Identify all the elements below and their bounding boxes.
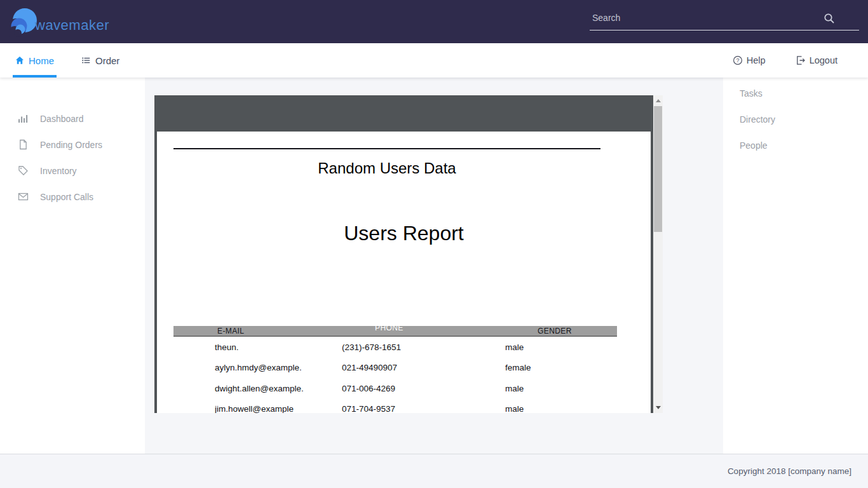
main-content: Random Users Data Users Report E-MAIL PH… [145,78,723,454]
pdf-page: Random Users Data Users Report E-MAIL PH… [157,132,651,413]
document-icon [18,139,29,150]
sidebar-item-label: Pending Orders [40,140,102,150]
cell-phone: (231)-678-1651 [342,342,505,352]
sidebar-item-people[interactable]: People [723,132,868,158]
tab-order-label: Order [95,55,119,66]
cell-email: jim.howell@example [173,404,342,413]
cell-phone: 021-49490907 [342,363,505,372]
pdf-viewer[interactable]: Random Users Data Users Report E-MAIL PH… [154,95,663,413]
app-window: wavemaker Home [0,0,868,488]
list-icon [81,56,91,65]
sidebar-item-label: Inventory [40,166,77,176]
help-label: Help [747,55,766,65]
table-row: theun. (231)-678-1651 male [173,337,617,358]
help-button[interactable]: ? Help [733,55,766,65]
title-divider [173,148,600,149]
nav-actions: ? Help Logout [733,43,837,78]
tab-home[interactable]: Home [15,43,54,78]
left-sidebar: Dashboard Pending Orders Inventory [0,78,145,454]
cell-gender: male [505,342,617,352]
cell-phone: 071-704-9537 [342,404,505,413]
scroll-up-button[interactable] [653,95,663,106]
sidebar-item-pending-orders[interactable]: Pending Orders [0,132,145,158]
page-body: Dashboard Pending Orders Inventory [0,78,868,454]
sidebar-item-directory[interactable]: Directory [723,106,868,132]
tab-home-label: Home [29,55,54,66]
search-icon[interactable] [824,13,835,24]
cell-gender: male [505,404,617,413]
sidebar-item-label: People [740,140,768,151]
scroll-down-button[interactable] [653,402,663,413]
svg-text:?: ? [736,57,739,64]
logout-icon [796,55,806,65]
column-header-phone: PHONE [342,323,505,334]
table-row: dwight.allen@example. 071-006-4269 male [173,378,617,399]
sidebar-item-label: Support Calls [40,192,93,202]
main-navbar: Home Order ? Help [0,43,868,78]
right-sidebar: Tasks Directory People [723,78,868,454]
envelope-icon [18,191,29,202]
brand-name: wavemaker [35,17,109,34]
cell-phone: 071-006-4269 [342,384,505,393]
search-input[interactable] [590,9,859,30]
brand-logo: wavemaker [9,6,109,37]
sidebar-item-tasks[interactable]: Tasks [723,80,868,106]
nav-tabs: Home Order [15,43,147,78]
logout-button[interactable]: Logout [796,55,837,65]
tab-order[interactable]: Order [81,43,119,78]
sidebar-item-dashboard[interactable]: Dashboard [0,105,145,132]
sidebar-item-support-calls[interactable]: Support Calls [0,184,145,210]
triangle-up-icon [656,99,661,102]
pdf-scrollbar[interactable] [653,95,663,413]
cell-email: theun. [173,342,342,352]
scrollbar-thumb[interactable] [654,106,662,232]
sidebar-item-label: Tasks [740,88,763,98]
tag-icon [18,165,29,176]
logout-label: Logout [810,55,837,65]
table-row: jim.howell@example 071-704-9537 male [173,399,617,414]
home-icon [15,56,24,65]
bar-chart-icon [18,113,29,124]
cell-gender: female [505,363,617,372]
help-icon: ? [733,55,743,65]
copyright-text: Copyright 2018 [company name] [728,466,851,476]
table-header-row: E-MAIL PHONE GENDER [173,326,617,337]
pdf-report-title: Users Report [157,222,651,245]
sidebar-item-label: Directory [740,114,775,125]
column-header-email: E-MAIL [173,326,342,337]
cell-email: aylyn.hmdy@example. [173,363,342,372]
pdf-document-title: Random Users Data [173,159,600,177]
users-table: E-MAIL PHONE GENDER theun. (231)-678-165… [173,326,617,413]
page-footer: Copyright 2018 [company name] [0,454,868,488]
sidebar-item-inventory[interactable]: Inventory [0,158,145,184]
cell-gender: male [505,384,617,393]
table-row: aylyn.hmdy@example. 021-49490907 female [173,358,617,379]
sidebar-item-label: Dashboard [40,114,84,124]
triangle-down-icon [656,406,661,409]
column-header-gender: GENDER [505,326,617,337]
cell-email: dwight.allen@example. [173,384,342,393]
topbar: wavemaker [0,0,868,43]
search-box [590,9,859,34]
